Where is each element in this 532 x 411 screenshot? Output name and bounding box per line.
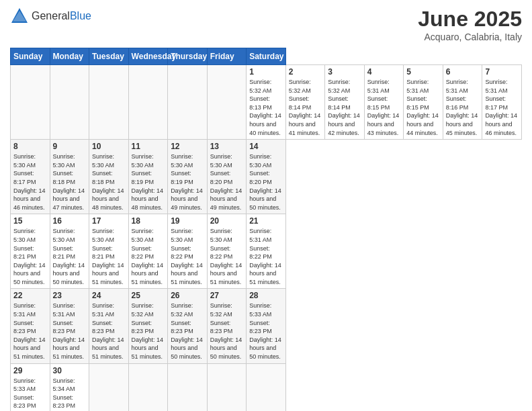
table-row: 26 Sunrise: 5:32 AM Sunset: 8:23 PM Dayl… <box>168 289 208 363</box>
daylight: Daylight: 14 hours and 51 minutes. <box>92 336 126 361</box>
location: Acquaro, Calabria, Italy <box>418 32 522 42</box>
day-info: Sunrise: 5:31 AM Sunset: 8:23 PM Dayligh… <box>92 302 126 361</box>
table-row: 14 Sunrise: 5:30 AM Sunset: 8:20 PM Dayl… <box>247 140 286 214</box>
day-info: Sunrise: 5:31 AM Sunset: 8:15 PM Dayligh… <box>406 78 440 137</box>
day-number: 26 <box>171 291 204 300</box>
day-number: 15 <box>13 216 47 226</box>
sunrise: Sunrise: 5:30 AM <box>53 227 87 244</box>
table-row: 29 Sunrise: 5:33 AM Sunset: 8:23 PM Dayl… <box>11 363 50 411</box>
table-row: 15 Sunrise: 5:30 AM Sunset: 8:21 PM Dayl… <box>11 214 50 289</box>
day-number: 10 <box>92 142 126 151</box>
logo-icon <box>10 7 29 26</box>
day-info: Sunrise: 5:30 AM Sunset: 8:22 PM Dayligh… <box>132 227 165 286</box>
calendar-page: GeneralBlue June 2025 Acquaro, Calabria,… <box>0 0 532 411</box>
day-info: Sunrise: 5:32 AM Sunset: 8:14 PM Dayligh… <box>328 78 361 137</box>
sunset: Sunset: 8:22 PM <box>249 244 283 261</box>
day-number: 3 <box>328 67 361 77</box>
sunset: Sunset: 8:19 PM <box>132 169 165 186</box>
sunset: Sunset: 8:18 PM <box>53 169 87 186</box>
table-row: 11 Sunrise: 5:30 AM Sunset: 8:19 PM Dayl… <box>128 140 168 214</box>
daylight: Daylight: 14 hours and 48 minutes. <box>132 187 165 212</box>
day-info: Sunrise: 5:31 AM Sunset: 8:23 PM Dayligh… <box>53 302 87 361</box>
table-row: 13 Sunrise: 5:30 AM Sunset: 8:20 PM Dayl… <box>207 140 247 214</box>
daylight: Daylight: 14 hours and 47 minutes. <box>53 187 87 212</box>
sunrise: Sunrise: 5:30 AM <box>210 152 244 169</box>
table-row: 9 Sunrise: 5:30 AM Sunset: 8:18 PM Dayli… <box>50 140 89 214</box>
daylight: Daylight: 14 hours and 51 minutes. <box>210 261 244 287</box>
daylight: Daylight: 14 hours and 50 minutes. <box>171 336 204 361</box>
day-info: Sunrise: 5:32 AM Sunset: 8:23 PM Dayligh… <box>210 302 244 361</box>
day-info: Sunrise: 5:32 AM Sunset: 8:14 PM Dayligh… <box>289 78 322 137</box>
daylight: Daylight: 14 hours and 51 minutes. <box>92 261 126 287</box>
header-thursday: Thursday <box>168 48 208 65</box>
daylight: Daylight: 14 hours and 49 minutes. <box>171 187 204 212</box>
day-info: Sunrise: 5:32 AM Sunset: 8:23 PM Dayligh… <box>171 302 204 361</box>
day-number: 30 <box>53 366 87 375</box>
day-number: 22 <box>13 291 47 300</box>
logo-text: GeneralBlue <box>32 10 91 22</box>
daylight: Daylight: 14 hours and 45 minutes. <box>446 111 480 137</box>
day-info: Sunrise: 5:30 AM Sunset: 8:18 PM Dayligh… <box>92 152 126 212</box>
sunset: Sunset: 8:23 PM <box>13 394 47 410</box>
sunset: Sunset: 8:23 PM <box>53 319 87 336</box>
day-info: Sunrise: 5:30 AM Sunset: 8:19 PM Dayligh… <box>171 152 204 212</box>
sunrise: Sunrise: 5:32 AM <box>289 78 322 95</box>
sunrise: Sunrise: 5:32 AM <box>328 78 361 95</box>
logo-blue: Blue <box>70 10 91 21</box>
sunrise: Sunrise: 5:31 AM <box>13 302 47 318</box>
table-row: 21 Sunrise: 5:31 AM Sunset: 8:22 PM Dayl… <box>247 214 286 289</box>
sunrise: Sunrise: 5:30 AM <box>92 152 126 169</box>
calendar-table: Sunday Monday Tuesday Wednesday Thursday… <box>10 48 522 411</box>
daylight: Daylight: 14 hours and 51 minutes. <box>53 336 87 361</box>
table-row <box>50 65 89 140</box>
table-row: 1 Sunrise: 5:32 AM Sunset: 8:13 PM Dayli… <box>247 65 286 140</box>
header-saturday: Saturday <box>247 48 286 65</box>
day-info: Sunrise: 5:30 AM Sunset: 8:21 PM Dayligh… <box>13 227 47 286</box>
table-row: 27 Sunrise: 5:32 AM Sunset: 8:23 PM Dayl… <box>207 289 247 363</box>
day-number: 17 <box>92 216 126 226</box>
header-monday: Monday <box>50 48 89 65</box>
sunset: Sunset: 8:23 PM <box>210 319 244 336</box>
table-row <box>168 363 208 411</box>
sunset: Sunset: 8:14 PM <box>289 95 322 111</box>
day-number: 23 <box>53 291 87 300</box>
logo-general: General <box>32 10 70 21</box>
table-row: 4 Sunrise: 5:31 AM Sunset: 8:15 PM Dayli… <box>364 65 404 140</box>
table-row: 22 Sunrise: 5:31 AM Sunset: 8:23 PM Dayl… <box>11 289 50 363</box>
sunrise: Sunrise: 5:32 AM <box>249 78 283 95</box>
day-info: Sunrise: 5:30 AM Sunset: 8:20 PM Dayligh… <box>249 152 283 212</box>
sunrise: Sunrise: 5:31 AM <box>53 302 87 318</box>
daylight: Daylight: 14 hours and 43 minutes. <box>367 111 401 137</box>
header-tuesday: Tuesday <box>89 48 129 65</box>
day-info: Sunrise: 5:32 AM Sunset: 8:13 PM Dayligh… <box>249 78 283 137</box>
day-number: 5 <box>406 67 440 77</box>
daylight: Daylight: 14 hours and 50 minutes. <box>249 336 283 361</box>
sunset: Sunset: 8:15 PM <box>406 95 440 111</box>
sunrise: Sunrise: 5:33 AM <box>13 377 47 394</box>
table-row: 2 Sunrise: 5:32 AM Sunset: 8:14 PM Dayli… <box>285 65 325 140</box>
sunset: Sunset: 8:17 PM <box>485 95 519 111</box>
sunrise: Sunrise: 5:30 AM <box>210 227 244 244</box>
sunrise: Sunrise: 5:30 AM <box>171 152 204 169</box>
sunset: Sunset: 8:22 PM <box>210 244 244 261</box>
day-number: 1 <box>249 67 283 77</box>
sunset: Sunset: 8:23 PM <box>171 319 204 336</box>
daylight: Daylight: 14 hours and 46 minutes. <box>485 111 519 137</box>
month-title: June 2025 <box>418 7 522 32</box>
sunset: Sunset: 8:14 PM <box>328 95 361 111</box>
day-info: Sunrise: 5:30 AM Sunset: 8:22 PM Dayligh… <box>210 227 244 286</box>
table-row: 8 Sunrise: 5:30 AM Sunset: 8:17 PM Dayli… <box>11 140 50 214</box>
sunrise: Sunrise: 5:30 AM <box>53 152 87 169</box>
sunrise: Sunrise: 5:31 AM <box>92 302 126 318</box>
day-number: 12 <box>171 142 204 151</box>
day-info: Sunrise: 5:31 AM Sunset: 8:22 PM Dayligh… <box>249 227 283 286</box>
day-info: Sunrise: 5:32 AM Sunset: 8:23 PM Dayligh… <box>132 302 165 361</box>
table-row: 24 Sunrise: 5:31 AM Sunset: 8:23 PM Dayl… <box>89 289 129 363</box>
daylight: Daylight: 14 hours and 50 minutes. <box>53 261 87 287</box>
sunrise: Sunrise: 5:30 AM <box>132 227 165 244</box>
day-info: Sunrise: 5:30 AM Sunset: 8:20 PM Dayligh… <box>210 152 244 212</box>
sunset: Sunset: 8:21 PM <box>53 244 87 261</box>
sunset: Sunset: 8:19 PM <box>171 169 204 186</box>
day-number: 19 <box>171 216 204 226</box>
daylight: Daylight: 14 hours and 40 minutes. <box>249 111 283 137</box>
